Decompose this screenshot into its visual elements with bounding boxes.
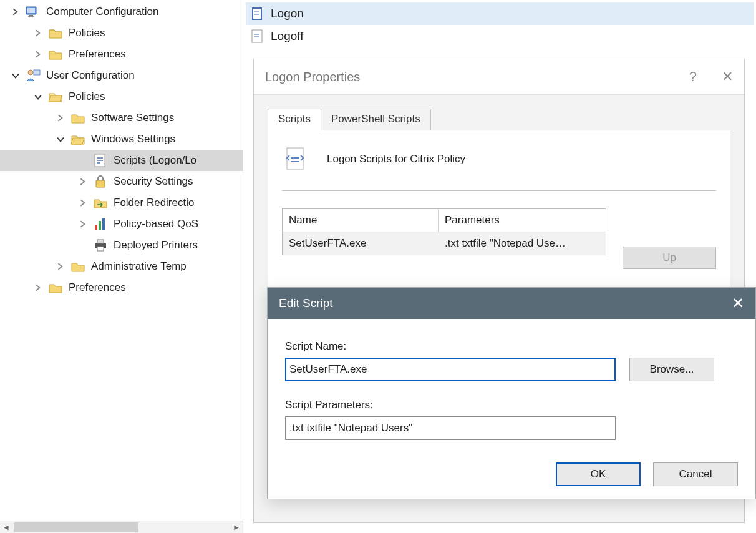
svg-rect-2: [29, 15, 33, 16]
navigation-tree[interactable]: Computer Configuration Policies: [0, 1, 243, 298]
col-name[interactable]: Name: [283, 209, 439, 232]
chevron-right-icon[interactable]: [32, 49, 44, 60]
lock-icon: [92, 174, 109, 190]
list-label: Logon: [271, 7, 304, 21]
tab-bar: Scripts PowerShell Scripts: [268, 109, 730, 130]
help-icon[interactable]: ?: [689, 69, 697, 85]
scroll-thumb[interactable]: [14, 522, 138, 532]
edit-script-dialog: Edit Script ✕ Script Name: SetUserFTA.ex…: [267, 287, 756, 499]
chevron-right-icon[interactable]: [55, 261, 66, 272]
list-label: Logoff: [271, 29, 303, 43]
folder-icon: [47, 280, 64, 296]
scripts-list[interactable]: Logon Logoff: [243, 0, 756, 47]
bars-icon: [92, 216, 109, 232]
svg-rect-10: [96, 180, 105, 187]
script-name-label: Script Name:: [285, 340, 738, 353]
printer-icon: [92, 237, 109, 253]
chevron-right-icon[interactable]: [77, 218, 89, 230]
tree-item-policy-qos[interactable]: Policy-based QoS: [0, 213, 243, 235]
tree-item-uc-preferences[interactable]: Preferences: [0, 277, 243, 298]
tree-label: Folder Redirectio: [114, 197, 194, 209]
panel-subtitle: Logon Scripts for Citrix Policy: [327, 153, 465, 165]
script-name-input[interactable]: SetUserFTA.exe: [285, 358, 616, 381]
tab-scripts[interactable]: Scripts: [268, 109, 321, 130]
tree-label: Windows Settings: [91, 133, 175, 145]
tree-label: User Configuration: [46, 69, 135, 82]
scroll-track[interactable]: [12, 521, 230, 534]
tree-label: Policies: [69, 27, 105, 39]
svg-rect-15: [97, 240, 104, 243]
tree-pane: Computer Configuration Policies: [0, 0, 243, 533]
tree-label: Preferences: [69, 281, 126, 294]
tab-powershell[interactable]: PowerShell Scripts: [321, 109, 431, 130]
dialog-titlebar[interactable]: Logon Properties ? ✕: [254, 59, 744, 94]
input-value: .txt txtfile "Notepad Users": [289, 422, 412, 434]
table-header: Name Parameters: [283, 209, 606, 232]
col-parameters[interactable]: Parameters: [439, 209, 606, 232]
chevron-down-icon[interactable]: [32, 91, 44, 102]
cell-params: .txt txtfile "Notepad Use…: [439, 232, 606, 255]
script-icon: [92, 152, 109, 169]
browse-button[interactable]: Browse...: [629, 358, 714, 381]
script-params-input[interactable]: .txt txtfile "Notepad Users": [285, 416, 616, 440]
tree-item-security-settings[interactable]: Security Settings: [0, 171, 243, 192]
folder-open-icon: [70, 131, 86, 147]
input-value: SetUserFTA.exe: [289, 363, 367, 376]
folder-icon: [47, 46, 64, 62]
table-row[interactable]: SetUserFTA.exe .txt txtfile "Notepad Use…: [283, 232, 606, 255]
tree-label: Scripts (Logon/Lo: [114, 154, 196, 167]
list-item-logoff[interactable]: Logoff: [246, 25, 754, 47]
tree-label: Policies: [69, 90, 105, 103]
ok-button[interactable]: OK: [556, 462, 641, 486]
tree-item-windows-settings[interactable]: Windows Settings: [0, 129, 243, 150]
tree-item-admin-templates[interactable]: Administrative Temp: [0, 256, 243, 277]
chevron-right-icon[interactable]: [10, 6, 21, 17]
svg-rect-18: [253, 9, 261, 19]
folder-redirect-icon: [92, 195, 109, 211]
tree-label: Security Settings: [114, 175, 193, 188]
svg-rect-16: [97, 247, 104, 251]
tree-item-folder-redirection[interactable]: Folder Redirectio: [0, 192, 243, 213]
up-button[interactable]: Up: [623, 247, 716, 269]
close-icon[interactable]: ✕: [722, 69, 733, 85]
list-item-logon[interactable]: Logon: [246, 2, 754, 25]
tree-item-deployed-printers[interactable]: Deployed Printers: [0, 235, 243, 256]
chevron-down-icon[interactable]: [10, 70, 21, 81]
scripts-table[interactable]: Name Parameters SetUserFTA.exe .txt txtf…: [282, 208, 606, 255]
tree-item-user-configuration[interactable]: User Configuration: [0, 65, 243, 86]
tree-label: Administrative Temp: [91, 260, 187, 273]
tree-item-scripts[interactable]: Scripts (Logon/Lo: [0, 150, 243, 171]
close-icon[interactable]: ✕: [732, 295, 744, 312]
cancel-button[interactable]: Cancel: [653, 462, 738, 486]
computer-config-icon: [25, 4, 41, 20]
scroll-right-icon[interactable]: ►: [230, 521, 243, 534]
tree-label: Software Settings: [91, 112, 174, 124]
svg-rect-3: [28, 16, 34, 17]
script-icon: [250, 28, 266, 44]
dialog-title: Logon Properties: [265, 70, 360, 84]
chevron-right-icon[interactable]: [77, 197, 89, 208]
tree-item-computer-configuration[interactable]: Computer Configuration: [0, 1, 243, 22]
tree-item-cc-preferences[interactable]: Preferences: [0, 44, 243, 65]
scroll-left-icon[interactable]: ◄: [0, 521, 12, 534]
tree-item-software-settings[interactable]: Software Settings: [0, 107, 243, 129]
dialog-titlebar[interactable]: Edit Script ✕: [268, 288, 755, 319]
horizontal-scrollbar[interactable]: ◄ ►: [0, 521, 243, 533]
tree-label: Preferences: [69, 48, 126, 61]
tree-label: Deployed Printers: [114, 239, 198, 252]
folder-icon: [70, 258, 86, 275]
user-config-icon: [25, 67, 41, 84]
svg-rect-21: [252, 30, 262, 42]
document-icon: [282, 145, 309, 173]
tree-item-uc-policies[interactable]: Policies: [0, 86, 243, 107]
svg-point-4: [28, 70, 33, 75]
chevron-right-icon[interactable]: [32, 282, 44, 293]
svg-rect-13: [102, 218, 105, 230]
chevron-right-icon[interactable]: [32, 27, 44, 39]
chevron-right-icon[interactable]: [77, 176, 89, 187]
chevron-down-icon[interactable]: [55, 134, 66, 145]
svg-rect-5: [34, 70, 40, 75]
chevron-right-icon[interactable]: [55, 112, 66, 124]
tree-item-cc-policies[interactable]: Policies: [0, 22, 243, 44]
svg-rect-12: [99, 221, 101, 230]
